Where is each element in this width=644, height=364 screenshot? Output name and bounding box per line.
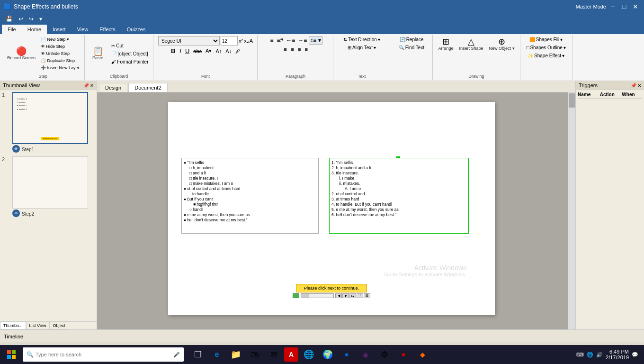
file-explorer-icon[interactable]: 📁 <box>227 346 244 363</box>
triggers-close-btn[interactable]: ✕ <box>637 83 641 88</box>
mic-icon[interactable]: 🎤 <box>173 352 180 358</box>
bullets-btn[interactable]: ≡ <box>268 36 275 45</box>
nav-end-btn[interactable]: ⏭ <box>349 293 356 298</box>
shapes-outline-button[interactable]: □ Shapes Outline ▾ <box>524 44 567 51</box>
save-quick-btn[interactable]: 💾 <box>4 15 15 23</box>
systray-network[interactable]: 🌐 <box>587 352 593 358</box>
app-blue-icon[interactable]: ● <box>338 346 355 363</box>
new-step-button[interactable]: 📄 New Step ▾ <box>39 36 81 43</box>
hide-step-button[interactable]: 👁 Hide Step <box>39 43 81 50</box>
numbering-btn[interactable]: ≡# <box>276 36 284 44</box>
undo-quick-btn[interactable]: ↩ <box>17 15 25 23</box>
tab-view[interactable]: View <box>72 25 94 34</box>
start-button[interactable] <box>2 346 21 363</box>
shape-effect-button[interactable]: ✨ Shape Effect ▾ <box>526 52 566 59</box>
cut-button[interactable]: ✂ Cut <box>109 42 151 49</box>
app-browser-icon[interactable]: 🌐 <box>300 346 317 363</box>
tab-effects[interactable]: Effects <box>94 25 121 34</box>
align-text-button[interactable]: ⊞ Align Text ▾ <box>346 44 378 51</box>
close-button[interactable]: ✕ <box>631 2 640 11</box>
taskbar-search-box[interactable]: 🔍 🎤 <box>23 347 184 362</box>
clock-display[interactable]: 6:49 PM 2/17/2019 <box>606 349 629 360</box>
nav-exit-btn[interactable]: ⊠ <box>364 293 370 298</box>
nav-menu-btn[interactable]: ⋮ <box>357 293 363 298</box>
thumb-pin-btn[interactable]: 📌 <box>83 83 89 88</box>
object-tab[interactable]: Object <box>49 322 68 329</box>
step2-visibility-btn[interactable]: 👁 <box>12 209 20 217</box>
font-size-grow-btn[interactable]: A↑ <box>214 48 223 55</box>
duplicate-step-button[interactable]: 📋 Duplicate Step <box>39 57 81 64</box>
mail-icon[interactable]: ✉ <box>265 346 282 363</box>
thumb-img-1[interactable]: ● text line 1 □ sub item ● text line 2 ●… <box>12 92 88 144</box>
underline-button[interactable]: U <box>184 47 191 55</box>
more-quick-btn[interactable]: ▾ <box>37 15 44 23</box>
app-extra-icon[interactable]: ◆ <box>414 346 431 363</box>
notification-btn[interactable]: 💬 <box>632 352 638 358</box>
thumb-close-btn[interactable]: ✕ <box>90 83 94 88</box>
arrange-button[interactable]: ⊞ Arrange <box>436 36 456 52</box>
tab-home[interactable]: Home <box>22 25 47 34</box>
paste-button[interactable]: 📋 Paste <box>88 46 108 62</box>
restore-button[interactable]: □ <box>619 2 629 11</box>
nav-next-btn[interactable]: ▶ <box>342 293 349 298</box>
list-view-tab[interactable]: List View <box>26 322 50 329</box>
bold-button[interactable]: B <box>169 46 177 55</box>
canvas-vscrollbar[interactable] <box>568 92 575 329</box>
decrease-indent-btn[interactable]: ←≡ <box>285 36 296 44</box>
please-continue-btn[interactable]: Please click next to continue. <box>296 284 367 292</box>
tab-file[interactable]: File <box>2 25 22 34</box>
font-family-select[interactable]: Segoe UI <box>158 36 220 46</box>
design-tab[interactable]: Design <box>99 83 127 92</box>
new-object-button[interactable]: ⊕ New Object ▾ <box>487 36 517 52</box>
insert-shape-button[interactable]: △ Insert Shape <box>457 36 486 52</box>
shapes-fill-button[interactable]: 🟧 Shapes Fill ▾ <box>528 36 564 43</box>
thumbn-tab[interactable]: Thumbn... <box>0 322 26 329</box>
text-direction-button[interactable]: ⇅ Text Direction ▾ <box>341 36 382 43</box>
strikethrough-button[interactable]: abc <box>192 48 203 55</box>
document2-tab[interactable]: Document2 <box>128 83 167 92</box>
systray-keyboard[interactable]: ⌨ <box>576 352 584 358</box>
thumb-img-2[interactable] <box>12 156 88 209</box>
clear-format-btn[interactable]: A <box>250 38 253 44</box>
font-size-input[interactable] <box>221 36 238 46</box>
minimize-button[interactable]: − <box>608 2 617 11</box>
tab-quizzes[interactable]: Quizzes <box>121 25 152 34</box>
font-size-shrink-btn[interactable]: A↓ <box>224 48 233 55</box>
find-text-button[interactable]: 🔍 Find Text <box>397 44 426 51</box>
search-input[interactable] <box>36 352 171 357</box>
vscroll-thumb[interactable] <box>569 93 575 108</box>
triggers-pin-btn[interactable]: 📌 <box>631 83 636 88</box>
italic-button[interactable]: I <box>178 47 183 55</box>
text-highlight-btn[interactable]: 🖊 <box>234 48 242 55</box>
line-spacing-btn[interactable]: ↕≡ ▾ <box>309 36 322 45</box>
edge-icon[interactable]: e <box>208 346 225 363</box>
app-vs-icon[interactable]: ◈ <box>357 346 374 363</box>
superscript-btn[interactable]: x² <box>239 38 243 44</box>
format-painter-button[interactable]: 🖌 Format Painter <box>109 58 151 65</box>
align-center-btn[interactable]: ≡ <box>290 46 295 53</box>
font-color-btn[interactable]: A▾ <box>204 47 213 55</box>
task-view-btn[interactable]: ❐ <box>189 346 206 363</box>
app-globe-icon[interactable]: 🌍 <box>319 346 336 363</box>
unhide-step-button[interactable]: 👁 Unhide Step <box>39 50 81 57</box>
step1-visibility-btn[interactable]: 👁 <box>12 145 20 153</box>
textbox-2[interactable]: 1. "I'm selfis 2. h, impatient and a li … <box>329 158 469 234</box>
slide-area[interactable]: ●"I'm selfis □h, impatient □and a li □tt… <box>168 102 495 315</box>
textbox-1[interactable]: ●"I'm selfis □h, impatient □and a li □tt… <box>181 158 319 234</box>
store-icon[interactable]: 🛍 <box>246 346 263 363</box>
copy-button[interactable]: 📄 [object Object] <box>109 50 151 57</box>
redo-quick-btn[interactable]: ↪ <box>27 15 36 23</box>
app-red-icon[interactable]: ● <box>395 346 412 363</box>
tab-insert[interactable]: Insert <box>47 25 72 34</box>
replace-button[interactable]: 🔄 Replace <box>398 36 426 43</box>
systray-volume[interactable]: 🔊 <box>596 352 603 358</box>
subscript-btn[interactable]: x₂ <box>244 38 249 44</box>
align-right-btn[interactable]: ≡ <box>296 46 302 53</box>
align-left-btn[interactable]: ≡ <box>282 46 288 53</box>
app-articulate-icon[interactable]: A <box>284 347 298 362</box>
increase-indent-btn[interactable]: →≡ <box>297 36 308 44</box>
justify-btn[interactable]: ≡ <box>303 46 309 53</box>
app-gear-icon[interactable]: ⚙ <box>376 346 393 363</box>
insert-new-layer-button[interactable]: ➕ Insert New Layer <box>39 64 81 71</box>
record-screen-button[interactable]: 🔴 Record Screen <box>5 46 38 62</box>
